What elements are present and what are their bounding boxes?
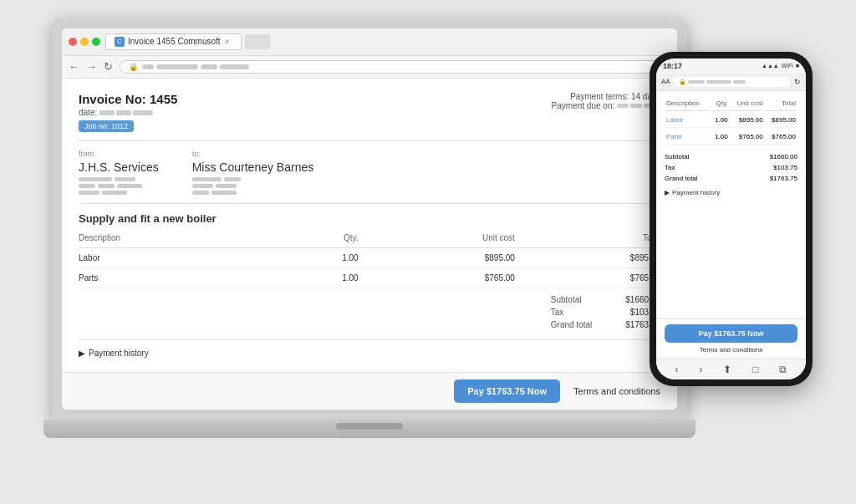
subtotal-label: Subtotal <box>551 295 582 304</box>
a5 <box>117 184 142 188</box>
a6 <box>79 191 99 195</box>
addr-line-1 <box>79 177 159 181</box>
a1 <box>79 177 112 181</box>
payment-terms: Payment terms: 14 days <box>552 92 660 101</box>
phone-reload-button[interactable]: ↻ <box>794 78 801 86</box>
item-qty: 1.00 <box>280 267 359 288</box>
addr-line-2 <box>79 184 159 188</box>
item-unit-cost: $765.00 <box>359 267 515 288</box>
to-section: to: Miss Courteney Barnes <box>192 150 314 195</box>
paddr2 <box>706 80 731 84</box>
item-unit-cost: $895.00 <box>359 247 515 267</box>
tab-close-icon[interactable]: ✕ <box>224 38 232 46</box>
back-button[interactable]: ← <box>69 60 79 73</box>
phone-grand-total-value: $1763.75 <box>770 175 797 182</box>
laptop-body: C Invoice 1455 Commusoft ✕ ← → ↻ 🔒 <box>52 18 687 420</box>
paddr1 <box>688 80 705 84</box>
item-description[interactable]: Labor <box>79 247 280 267</box>
phone-forward-icon[interactable]: › <box>699 364 702 375</box>
addr-seg3 <box>201 64 217 69</box>
grand-total-label: Grand total <box>551 320 592 329</box>
maximize-button[interactable] <box>92 38 100 46</box>
tab-favicon: C <box>115 37 125 47</box>
phone-terms-link[interactable]: Terms and conditions <box>665 346 797 354</box>
item-description[interactable]: Parts <box>79 267 280 288</box>
invoice-header-row: Invoice No: 1455 date: Job no: 1012 Paym… <box>79 92 660 132</box>
phone-bookmark-icon[interactable]: □ <box>752 364 758 375</box>
phone-addr-placeholder <box>688 80 746 84</box>
job-description: Supply and fit a new boiler <box>79 212 660 225</box>
job-badge: Job no: 1012 <box>79 120 134 132</box>
addr-seg4 <box>220 64 249 69</box>
phone-subtotal-value: $1660.00 <box>770 153 797 160</box>
a3 <box>79 184 95 188</box>
subtotal-row: Subtotal $1660.00 <box>551 293 660 306</box>
phone-col-total: Total <box>765 99 796 111</box>
phone-chevron-right-icon: ▶ <box>665 189 670 196</box>
to-addr-line-2 <box>192 184 314 188</box>
phone-status-bar: 18:17 ▲▲▲ WiFi ■ <box>656 59 806 74</box>
to-address <box>192 177 314 195</box>
minimize-button[interactable] <box>80 38 89 46</box>
phone-tax-label: Tax <box>665 164 675 171</box>
phone-grand-total-row: Grand total $1763.75 <box>665 173 797 184</box>
ta3 <box>192 184 213 188</box>
phone-payment-history-toggle[interactable]: ▶ Payment history <box>665 189 797 196</box>
reload-button[interactable]: ↻ <box>104 60 113 73</box>
browser-tab[interactable]: C Invoice 1455 Commusoft ✕ <box>105 33 242 50</box>
item-total: $895.00 <box>515 247 660 267</box>
due-seg1 <box>617 104 629 108</box>
phone-totals: Subtotal $1660.00 Tax $103.75 Grand tota… <box>665 151 797 184</box>
to-addr-line-3 <box>192 191 314 195</box>
col-unit-cost: Unit cost <box>359 233 515 248</box>
totals-section: Subtotal $1660.00 Tax $103.75 Grand tota… <box>79 293 660 331</box>
invoice-date: date: <box>79 108 177 117</box>
wifi-icon: WiFi <box>782 63 793 69</box>
items-table: Description Qty. Unit cost Total Labor 1… <box>79 233 660 288</box>
item-total: $765.00 <box>515 267 660 288</box>
col-description: Description <box>79 233 280 248</box>
from-label: from: <box>79 150 159 158</box>
to-addr-line-1 <box>192 177 314 181</box>
terms-link[interactable]: Terms and conditions <box>573 386 660 396</box>
phone-time: 18:17 <box>663 62 682 70</box>
to-company: Miss Courteney Barnes <box>192 160 314 174</box>
date-seg3 <box>133 110 153 115</box>
phone-item-unit-cost: $895.00 <box>730 113 763 128</box>
pay-button[interactable]: Pay $1763.75 Now <box>454 379 560 403</box>
phone-col-unit-cost: Unit cost <box>730 99 763 111</box>
to-label: to: <box>192 150 314 158</box>
forward-button[interactable]: → <box>86 60 97 73</box>
ta1 <box>192 177 222 181</box>
tab-title: Invoice 1455 Commusoft <box>128 37 221 46</box>
date-seg2 <box>116 110 131 115</box>
battery-icon: ■ <box>796 63 799 69</box>
phone-item-description[interactable]: Labor <box>666 113 710 128</box>
phone-subtotal-label: Subtotal <box>665 153 689 160</box>
invoice-footer: Pay $1763.75 Now Terms and conditions <box>62 372 677 410</box>
phone-tabs-icon[interactable]: ⧉ <box>779 364 787 375</box>
close-button[interactable] <box>69 38 77 46</box>
phone-screen: 18:17 ▲▲▲ WiFi ■ AA 🔒 ↻ <box>656 59 806 379</box>
phone-payment-history-label: Payment history <box>672 189 720 196</box>
from-to-row: from: J.H.S. Services <box>79 150 660 195</box>
invoice-content: Invoice No: 1455 date: Job no: 1012 Paym… <box>62 79 677 372</box>
address-bar[interactable]: 🔒 <box>120 60 670 74</box>
phone-item-qty: 1.00 <box>711 113 728 128</box>
phone-item-qty: 1.00 <box>711 130 728 145</box>
phone-lock-icon: 🔒 <box>679 79 686 85</box>
traffic-lights <box>69 38 100 46</box>
phone-item-description[interactable]: Parts <box>666 130 710 145</box>
payment-due-label: Payment due on: <box>552 101 615 110</box>
phone-tax-value: $103.75 <box>773 164 797 171</box>
phone-address-bar[interactable]: 🔒 <box>674 77 791 87</box>
phone-share-icon[interactable]: ⬆ <box>723 364 731 375</box>
phone-footer: Pay $1763.75 Now Terms and conditions <box>656 318 806 359</box>
phone-back-icon[interactable]: ‹ <box>675 364 678 375</box>
phone-subtotal-row: Subtotal $1660.00 <box>665 151 797 162</box>
payment-history-toggle[interactable]: ▶ Payment history <box>79 349 660 358</box>
browser-nav: ← → ↻ 🔒 <box>62 56 677 79</box>
phone-pay-button[interactable]: Pay $1763.75 Now <box>665 324 797 343</box>
table-row: Parts 1.00 $765.00 $765.00 <box>79 267 660 288</box>
phone-grand-total-label: Grand total <box>665 175 698 182</box>
